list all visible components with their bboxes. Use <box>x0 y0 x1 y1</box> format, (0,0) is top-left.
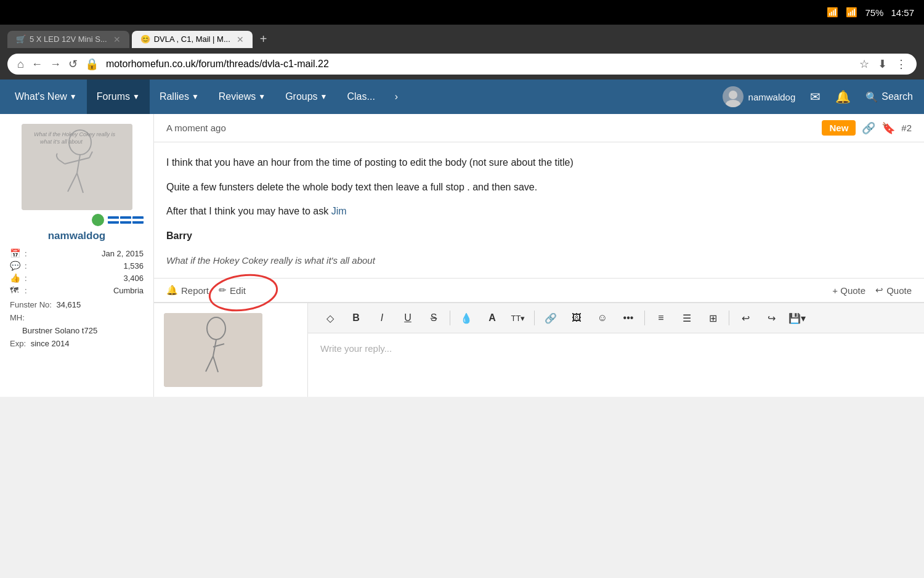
search-label: Search <box>881 91 913 102</box>
nav-rallies[interactable]: Rallies ▼ <box>150 79 209 114</box>
toolbar-list-btn[interactable]: ☰ <box>675 307 699 329</box>
bookmark-post-icon[interactable]: 🔖 <box>881 121 895 135</box>
exp-value: since 2014 <box>31 339 70 348</box>
tab-1[interactable]: 🛒 5 X LED 12V Mini S... ✕ <box>7 31 129 48</box>
toolbar-redo-btn[interactable]: ↪ <box>759 307 784 329</box>
toolbar-fontcolor-btn[interactable]: A <box>480 307 505 329</box>
reply-section: ◇ B I U S 💧 A TT▾ 🔗 🖼 ☺ ••• <box>154 302 924 397</box>
nav-bar: What's New ▼ Forums ▼ Rallies ▼ Reviews … <box>0 79 924 114</box>
toolbar-underline-btn[interactable]: U <box>395 307 420 329</box>
post-body: I think that you have an hour from the t… <box>154 142 924 279</box>
forward-icon[interactable]: → <box>50 58 61 71</box>
toolbar-align-btn[interactable]: ≡ <box>649 307 673 329</box>
username-link[interactable]: namwaldog <box>48 230 106 242</box>
url-display[interactable]: motorhomefun.co.uk/forum/threads/dvla-c1… <box>106 59 852 70</box>
post-paragraph-1: I think that you have an hour from the t… <box>166 155 912 171</box>
exp-row: Exp: since 2014 <box>10 339 144 348</box>
nav-classifieds[interactable]: Clas... <box>338 79 385 114</box>
online-indicator <box>92 214 104 226</box>
back-icon[interactable]: ← <box>31 58 43 71</box>
home-icon[interactable]: ⌂ <box>17 58 24 71</box>
messages-count: 1,536 <box>123 261 144 271</box>
toolbar-link-btn[interactable]: 🔗 <box>538 307 563 329</box>
reply-sidebar <box>154 303 308 397</box>
clock: 14:57 <box>891 7 914 18</box>
user-avatar: What if the Hokey Cokey really is what i… <box>22 124 132 210</box>
post-signature: What if the Hokey Cokey really is what i… <box>166 253 912 268</box>
toolbar-undo-btn[interactable]: ↩ <box>733 307 758 329</box>
nav-user[interactable]: namwaldog <box>716 86 802 107</box>
lock-icon: 🔒 <box>85 57 99 71</box>
nav-groups[interactable]: Groups ▼ <box>275 79 337 114</box>
funster-value: 34,615 <box>57 300 81 309</box>
report-button[interactable]: 🔔 Report <box>166 285 209 296</box>
tab-1-close[interactable]: ✕ <box>113 35 121 44</box>
mh-value-row: Burstner Solano t725 <box>10 326 144 335</box>
refresh-icon[interactable]: ↺ <box>68 57 78 71</box>
address-bar-actions: ☆ ⬇ ⋮ <box>859 57 907 71</box>
nav-whats-new-arrow: ▼ <box>70 92 77 101</box>
post-number: #2 <box>901 123 912 133</box>
nav-forums-arrow: ▼ <box>132 92 140 101</box>
exp-label: Exp: <box>10 339 26 348</box>
mh-label: MH: <box>10 313 25 322</box>
bookmark-icon[interactable]: ☆ <box>859 57 869 71</box>
mail-icon[interactable]: ✉ <box>804 89 827 104</box>
post-footer-left: 🔔 Report ✏ Edit <box>166 285 246 296</box>
nav-forums[interactable]: Forums ▼ <box>87 79 150 114</box>
add-quote-button[interactable]: + Quote <box>832 285 865 296</box>
reply-toolbar: ◇ B I U S 💧 A TT▾ 🔗 🖼 ☺ ••• <box>308 303 924 333</box>
toolbar-table-btn[interactable]: ⊞ <box>700 307 725 329</box>
post-paragraph-3: After that I think you may have to ask J… <box>166 203 912 219</box>
toolbar-color-btn[interactable]: 💧 <box>454 307 479 329</box>
nav-groups-arrow: ▼ <box>320 92 328 101</box>
nav-more-button[interactable]: › <box>385 79 408 114</box>
nav-whats-new-label: What's New <box>15 91 67 102</box>
download-icon[interactable]: ⬇ <box>878 57 887 71</box>
toolbar-more-btn[interactable]: ••• <box>616 307 641 329</box>
toolbar-emoji-btn[interactable]: ☺ <box>590 307 615 329</box>
thinker-illustration: What if the Hokey Cokey really is what i… <box>22 124 132 210</box>
status-bar: 📶 📶 75% 14:57 <box>0 0 924 25</box>
nav-reviews[interactable]: Reviews ▼ <box>209 79 275 114</box>
wifi-icon: 📶 <box>846 7 857 18</box>
toolbar-italic-btn[interactable]: I <box>370 307 394 329</box>
funster-row: Funster No: 34,615 <box>10 300 144 309</box>
toolbar-source-btn[interactable]: ◇ <box>318 307 342 329</box>
toolbar-image-btn[interactable]: 🖼 <box>564 307 589 329</box>
tab-2[interactable]: 😊 DVLA , C1, Mail | M... ✕ <box>132 31 253 48</box>
new-tab-button[interactable]: + <box>255 30 272 49</box>
nav-rallies-label: Rallies <box>160 91 189 102</box>
menu-icon[interactable]: ⋮ <box>896 57 907 71</box>
messages-row: 💬 : 1,536 <box>10 259 144 272</box>
tab-1-favicon: 🛒 <box>16 35 26 44</box>
search-icon: 🔍 <box>865 91 878 103</box>
toolbar-strikethrough-btn[interactable]: S <box>421 307 446 329</box>
search-button[interactable]: 🔍 Search <box>859 91 919 103</box>
svg-text:what it's all about: what it's all about <box>40 139 83 145</box>
reactions-icon: 👍 <box>10 273 21 283</box>
tab-2-close[interactable]: ✕ <box>237 35 244 44</box>
edit-label: Edit <box>230 285 246 296</box>
quote-icon: ↩ <box>875 285 883 296</box>
nav-reviews-label: Reviews <box>219 91 256 102</box>
toolbar-save-btn[interactable]: 💾▾ <box>785 307 809 329</box>
post-footer-right: + Quote ↩ Quote <box>832 285 912 296</box>
toolbar-sep-2 <box>534 311 535 325</box>
reply-input[interactable]: Write your reply... <box>308 333 924 370</box>
tab-2-favicon: 😊 <box>140 35 150 44</box>
mention-jim[interactable]: Jim <box>331 206 347 216</box>
toolbar-bold-btn[interactable]: B <box>344 307 368 329</box>
nav-whats-new[interactable]: What's New ▼ <box>5 79 87 114</box>
reply-avatar-illustration <box>164 313 262 387</box>
quote-button[interactable]: ↩ Quote <box>875 285 912 296</box>
bell-icon[interactable]: 🔔 <box>829 89 857 104</box>
share-icon[interactable]: 🔗 <box>862 121 875 135</box>
edit-button[interactable]: ✏ Edit <box>219 285 246 296</box>
messages-icon: 💬 <box>10 261 21 271</box>
user-sidebar: What if the Hokey Cokey really is what i… <box>0 114 154 397</box>
mh-row: MH: <box>10 313 144 322</box>
funster-label: Funster No: <box>10 300 52 309</box>
svg-point-1 <box>726 100 740 107</box>
toolbar-fontsize-btn[interactable]: TT▾ <box>506 307 530 329</box>
